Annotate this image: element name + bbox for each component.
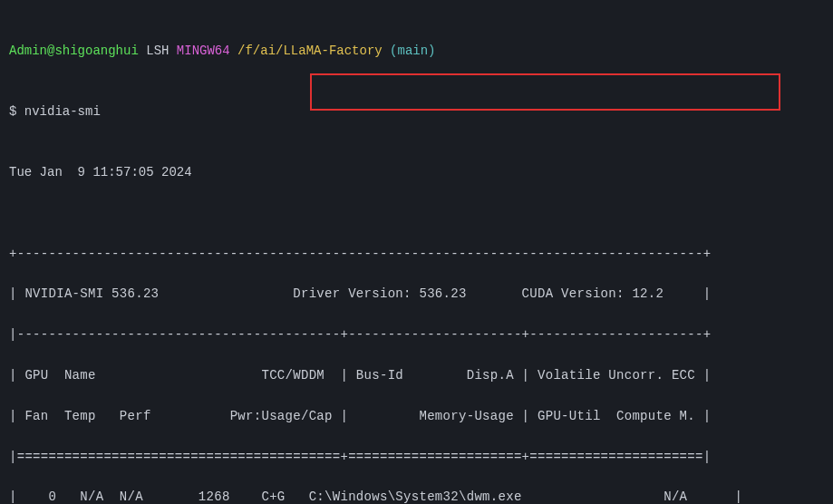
smi-divider1: |---------------------------------------… bbox=[9, 325, 824, 344]
prompt-symbol: $ bbox=[9, 104, 16, 119]
prompt-host: LSH bbox=[139, 44, 177, 58]
smi-top-border: +---------------------------------------… bbox=[9, 244, 824, 264]
prompt-shell: MINGW64 bbox=[177, 44, 230, 58]
output-timestamp: Tue Jan 9 11:57:05 2024 bbox=[9, 162, 824, 182]
smi-col-header1: | GPU Name TCC/WDDM | Bus-Id Disp.A | Vo… bbox=[9, 365, 824, 385]
prompt-user: Admin@shigoanghui bbox=[9, 44, 139, 58]
smi-col-header2: | Fan Temp Perf Pwr:Usage/Cap | Memory-U… bbox=[9, 406, 824, 426]
prompt-branch: (main) bbox=[390, 44, 435, 58]
prompt-line: Admin@shigoanghui LSH MINGW64 /f/ai/LLaM… bbox=[9, 41, 824, 61]
command-line: $ nvidia-smi bbox=[9, 102, 824, 121]
nvidia-smi-output: +---------------------------------------… bbox=[9, 223, 824, 504]
entered-command[interactable]: nvidia-smi bbox=[24, 104, 101, 119]
prompt-path: /f/ai/LLaMA-Factory bbox=[237, 44, 383, 58]
smi-divider2: |=======================================… bbox=[9, 447, 824, 467]
smi-header-line: | NVIDIA-SMI 536.23 Driver Version: 536.… bbox=[9, 284, 824, 304]
process-row: | 0 N/A N/A 1268 C+G C:\Windows\System32… bbox=[9, 487, 824, 504]
process-list: | 0 N/A N/A 1268 C+G C:\Windows\System32… bbox=[9, 487, 824, 504]
terminal-window[interactable]: Admin@shigoanghui LSH MINGW64 /f/ai/LLaM… bbox=[0, 0, 833, 504]
